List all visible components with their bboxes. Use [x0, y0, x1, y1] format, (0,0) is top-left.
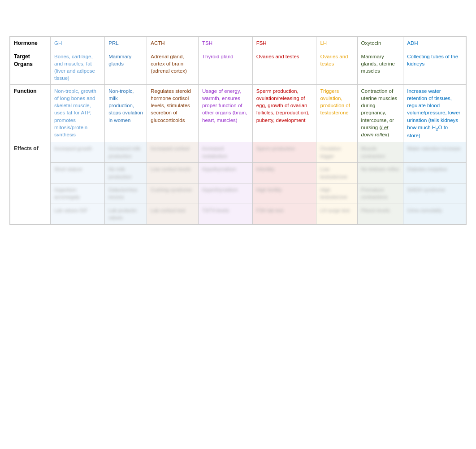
- oxytocin-function: Contraction of uterine muscles during pr…: [357, 85, 403, 142]
- oxytocin-header: Oxytocin: [357, 37, 403, 50]
- effects-row4-adh: Urine osmolality: [403, 204, 466, 224]
- effects-row3-lh: High testosterone: [316, 183, 357, 204]
- effects-row3-acth: Cushing syndrome: [147, 183, 199, 204]
- fsh-target: Ovaries and testes: [252, 50, 316, 84]
- fsh-function: Sperm production, ovulation/releasing of…: [252, 85, 316, 142]
- effects-row2-prl: No milk production: [105, 163, 147, 183]
- effects-row2-oxy: No letdown reflex: [357, 163, 403, 183]
- effects-row3-gh: Gigantism acromegaly: [51, 183, 105, 204]
- acth-header: ACTH: [147, 37, 199, 50]
- gh-function: Non-tropic, growth of long bones and ske…: [51, 85, 105, 142]
- prl-header: PRL: [105, 37, 147, 50]
- function-label: Function: [10, 85, 51, 142]
- tsh-function: Usage of energy, warmth, ensures proper …: [199, 85, 253, 142]
- effects-row1-prl: Increased milk production: [105, 142, 147, 163]
- effects-row4-oxy: Pitocin levels: [357, 204, 403, 224]
- lh-function: Triggers ovulation, production of testos…: [316, 85, 357, 142]
- gh-target: Bones, cartilage, and muscles, fat (live…: [51, 50, 105, 84]
- effects-row2-lh: Low testosterone: [316, 163, 357, 183]
- effects-row1-gh: Increased growth: [51, 142, 105, 163]
- effects-row3-oxy: Premature contractions: [357, 183, 403, 204]
- effects-row2-gh: Short stature: [51, 163, 105, 183]
- effects-row2-tsh: Hypothyroidism: [199, 163, 253, 183]
- effects-row1-acth: Increased cortisol: [147, 142, 199, 163]
- adh-function: Increase water retention of tissues, reg…: [403, 85, 466, 142]
- effects-row2-acth: Low cortisol levels: [147, 163, 199, 183]
- tsh-target: Thyroid gland: [199, 50, 253, 84]
- tsh-header: TSH: [199, 37, 253, 50]
- gh-header: GH: [51, 37, 105, 50]
- effects-row4-lh: LH surge test: [316, 204, 357, 224]
- effects-row3-fsh: High fertility: [252, 183, 316, 204]
- lh-header: LH: [316, 37, 357, 50]
- effects-row4-prl: Lab prolactin values: [105, 204, 147, 224]
- adh-header: ADH: [403, 37, 466, 50]
- effects-row2-adh: Diabetes insipidus: [403, 163, 466, 183]
- effects-row1-tsh: Increased metabolism: [199, 142, 253, 163]
- fsh-header: FSH: [252, 37, 316, 50]
- lh-target: Ovaries and testes: [316, 50, 357, 84]
- effects-of-label: Effects of: [10, 142, 51, 224]
- target-organs-label: Target Organs: [10, 50, 51, 84]
- oxytocin-target: Mammary glands, uterine muscles: [357, 50, 403, 84]
- effects-row3-prl: Galactorrhea excess: [105, 183, 147, 204]
- effects-row1-adh: Water retention increase: [403, 142, 466, 163]
- effects-row4-gh: Lab values IGF: [51, 204, 105, 224]
- adh-target: Collecting tubes of the kidneys: [403, 50, 466, 84]
- effects-row4-acth: Lab cortisol test: [147, 204, 199, 224]
- effects-row1-oxy: Muscle contraction: [357, 142, 403, 163]
- effects-row4-fsh: FSH lab test: [252, 204, 316, 224]
- effects-row3-tsh: Hyperthyroidism: [199, 183, 253, 204]
- effects-row4-tsh: T3/T4 levels: [199, 204, 253, 224]
- effects-row2-fsh: Infertility: [252, 163, 316, 183]
- effects-row1-lh: Ovulation trigger: [316, 142, 357, 163]
- effects-row3-adh: SIADH syndrome: [403, 183, 466, 204]
- prl-target: Mammary glands: [105, 50, 147, 84]
- hormone-table: Hormone GH PRL ACTH TSH FSH LH Oxytocin …: [9, 36, 467, 225]
- hormone-header-cell: Hormone: [10, 37, 51, 50]
- acth-target: Adrenal gland, cortex of brain (adrenal …: [147, 50, 199, 84]
- effects-row1-fsh: Sperm production: [252, 142, 316, 163]
- prl-function: Non-tropic, milk production, stops ovula…: [105, 85, 147, 142]
- acth-function: Regulates steroid hormone cortisol level…: [147, 85, 199, 142]
